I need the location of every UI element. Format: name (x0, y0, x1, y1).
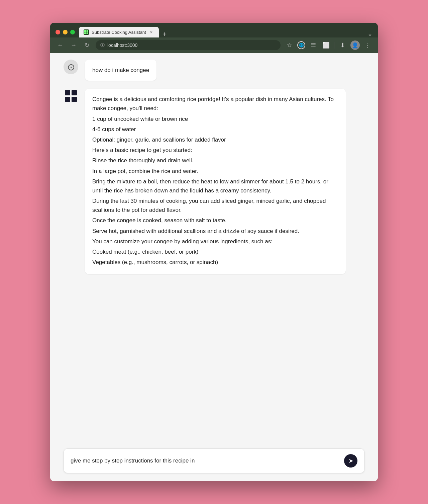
traffic-lights (56, 30, 75, 34)
bot-response-line: 1 cup of uncooked white or brown rice (92, 114, 338, 123)
refresh-button[interactable]: ↻ (82, 40, 92, 50)
close-button[interactable] (56, 30, 60, 34)
extension-globe-icon[interactable]: 🌐 (297, 41, 305, 49)
bot-response-line: Optional: ginger, garlic, and scallions … (92, 135, 338, 144)
bookmark-icon[interactable]: ☆ (285, 40, 294, 50)
bot-response-line: Congee is a delicious and comforting ric… (92, 95, 338, 113)
user-message-bubble: how do i make congee (85, 60, 156, 81)
tab-expand-button[interactable]: ⌄ (367, 30, 372, 37)
user-message-row: ⊙ how do i make congee (64, 60, 364, 81)
toolbar-divider (334, 42, 334, 49)
browser-titlebar: Substrate Cooking Assistant × + ⌄ (50, 23, 378, 37)
extension-share-icon[interactable]: ⬜ (321, 40, 331, 50)
new-tab-button[interactable]: + (160, 31, 170, 37)
user-message-text: how do i make congee (92, 67, 149, 73)
page-content: ⊙ how do i make congee Congee (50, 53, 378, 481)
maximize-button[interactable] (70, 30, 75, 34)
url-bar[interactable]: ⓘ localhost:3000 (96, 40, 281, 50)
bot-response-line: 4-6 cups of water (92, 125, 338, 134)
bot-response-line: Cooked meat (e.g., chicken, beef, or por… (92, 247, 338, 256)
profile-avatar[interactable]: 👤 (350, 40, 360, 50)
chat-input[interactable] (71, 457, 340, 464)
bot-response-line: Bring the mixture to a boil, then reduce… (92, 177, 338, 195)
send-icon: ➤ (348, 457, 353, 465)
bot-message-bubble: Congee is a delicious and comforting ric… (85, 89, 346, 274)
back-button[interactable]: ← (56, 40, 65, 50)
url-text: localhost:3000 (107, 43, 137, 48)
bot-response-line: Rinse the rice thoroughly and drain well… (92, 156, 338, 165)
svg-rect-4 (65, 90, 70, 95)
more-menu-icon[interactable]: ⋮ (363, 40, 372, 50)
bot-response-line: During the last 30 minutes of cooking, y… (92, 196, 338, 215)
svg-rect-3 (87, 32, 89, 34)
svg-rect-0 (84, 30, 86, 32)
bot-message-row: Congee is a delicious and comforting ric… (64, 89, 364, 274)
toolbar-icons: ☆ 🌐 ☰ ⬜ ⬇ 👤 ⋮ (285, 40, 372, 50)
bot-response-line: In a large pot, combine the rice and wat… (92, 167, 338, 176)
svg-rect-2 (84, 32, 86, 34)
bot-response-line: Serve hot, garnished with additional sca… (92, 227, 338, 236)
bot-response-line: You can customize your congee by adding … (92, 237, 338, 246)
bot-avatar (64, 89, 78, 103)
active-tab[interactable]: Substrate Cooking Assistant × (79, 27, 159, 37)
svg-rect-7 (72, 97, 77, 102)
bot-response-line: Vegetables (e.g., mushrooms, carrots, or… (92, 258, 338, 267)
svg-rect-1 (87, 30, 89, 32)
bot-response-text: Congee is a delicious and comforting ric… (92, 95, 338, 267)
tab-favicon (84, 29, 89, 35)
substrate-logo-icon (64, 89, 78, 103)
forward-button[interactable]: → (69, 40, 78, 50)
minimize-button[interactable] (63, 30, 68, 34)
svg-rect-6 (65, 97, 70, 102)
user-avatar: ⊙ (64, 60, 78, 74)
input-area: ➤ (50, 443, 378, 481)
send-button[interactable]: ➤ (344, 454, 357, 468)
bot-response-line: Once the congee is cooked, season with s… (92, 216, 338, 225)
input-container: ➤ (64, 448, 364, 473)
bot-response-line: Here's a basic recipe to get you started… (92, 146, 338, 155)
security-icon: ⓘ (100, 42, 105, 48)
tab-close-button[interactable]: × (149, 29, 154, 35)
svg-rect-5 (72, 90, 77, 95)
browser-window: Substrate Cooking Assistant × + ⌄ ← → ↻ … (50, 23, 378, 481)
address-bar: ← → ↻ ⓘ localhost:3000 ☆ 🌐 ☰ ⬜ ⬇ 👤 ⋮ (50, 37, 378, 53)
extension-icon[interactable]: ☰ (309, 40, 318, 50)
download-icon[interactable]: ⬇ (338, 40, 347, 50)
tab-title-text: Substrate Cooking Assistant (92, 30, 146, 35)
chat-area: ⊙ how do i make congee Congee (50, 53, 378, 443)
user-avatar-icon: ⊙ (67, 62, 75, 73)
